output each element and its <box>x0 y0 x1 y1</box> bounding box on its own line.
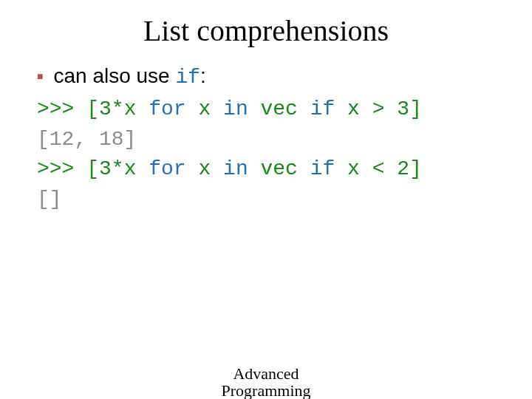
footer-line-2: Programming <box>0 382 532 399</box>
slide-title: List comprehensions <box>0 0 532 63</box>
code-seg: [3*x <box>86 98 149 120</box>
footer: Advanced Programming <box>0 365 532 399</box>
bullet-pre: can also use <box>53 64 175 87</box>
keyword-if: if <box>310 98 335 120</box>
bullet-item: ■ can also use if: <box>37 63 510 90</box>
code-block: >>> [3*x for x in vec if x > 3] [12, 18]… <box>37 95 510 214</box>
keyword-if: if <box>310 157 335 180</box>
bullet-post: : <box>200 64 206 87</box>
code-line-2: >>> [3*x for x in vec if x < 2] <box>37 154 510 185</box>
keyword-in: in <box>223 157 248 180</box>
code-seg: vec <box>248 157 310 180</box>
code-seg: x <box>186 98 223 120</box>
prompt: >>> <box>37 157 86 180</box>
code-line-1: >>> [3*x for x in vec if x > 3] <box>37 95 510 125</box>
bullet-marker-icon: ■ <box>37 70 43 83</box>
code-seg: vec <box>248 98 310 120</box>
bullet-text: can also use if: <box>53 63 205 90</box>
code-output-2: [] <box>37 185 510 215</box>
keyword-in: in <box>223 98 248 120</box>
code-seg: x < 2] <box>335 157 422 180</box>
prompt: >>> <box>37 98 86 120</box>
code-seg: [3*x <box>86 157 149 180</box>
keyword-for: for <box>149 98 185 120</box>
keyword-for: for <box>149 157 185 180</box>
footer-line-1: Advanced <box>0 365 532 382</box>
slide-body: ■ can also use if: >>> [3*x for x in vec… <box>0 63 532 214</box>
code-output-1: [12, 18] <box>37 125 510 155</box>
bullet-keyword-if: if <box>175 66 200 89</box>
code-seg: x > 3] <box>335 98 422 120</box>
slide: List comprehensions ■ can also use if: >… <box>0 0 532 399</box>
code-seg: x <box>186 157 223 180</box>
